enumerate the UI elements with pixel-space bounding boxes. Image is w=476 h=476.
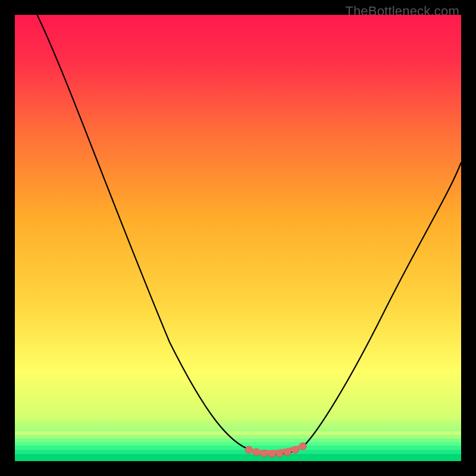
- svg-rect-2: [15, 439, 461, 442]
- svg-rect-6: [15, 454, 461, 461]
- green-bands: [15, 431, 461, 461]
- svg-rect-4: [15, 446, 461, 450]
- chart-stage: TheBottleneck.com: [0, 0, 476, 476]
- svg-rect-1: [15, 435, 461, 439]
- plot-area: [15, 15, 461, 461]
- svg-rect-5: [15, 450, 461, 454]
- chart-svg: [15, 15, 461, 461]
- gradient-background: [15, 15, 461, 461]
- svg-rect-0: [15, 431, 461, 435]
